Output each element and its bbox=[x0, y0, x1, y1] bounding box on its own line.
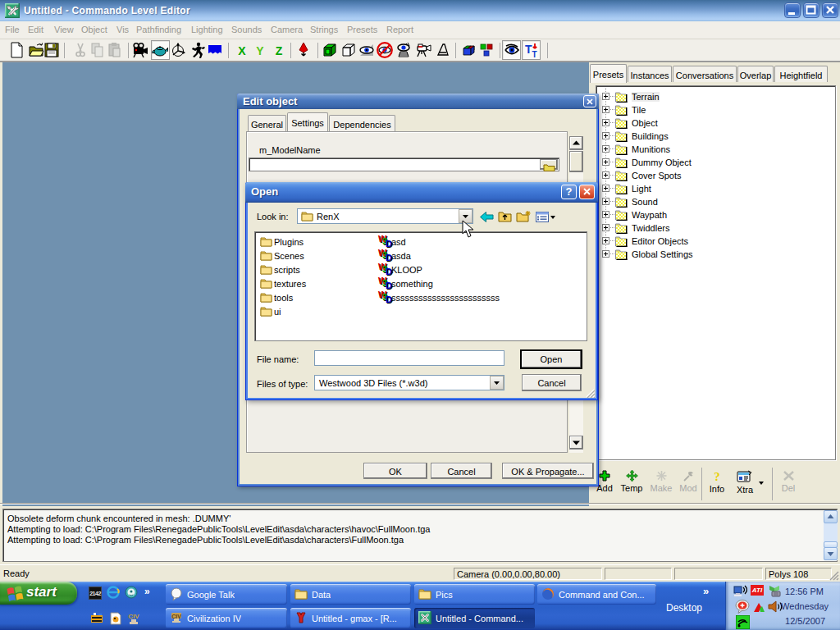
svg-text:Z: Z bbox=[276, 44, 283, 57]
svg-text:Y: Y bbox=[256, 44, 264, 57]
svg-text:CIV: CIV bbox=[128, 613, 139, 620]
svg-text:CIV: CIV bbox=[171, 614, 181, 619]
svg-text:?: ? bbox=[714, 470, 720, 482]
svg-text:X: X bbox=[238, 44, 246, 57]
svg-text:T: T bbox=[532, 50, 537, 59]
